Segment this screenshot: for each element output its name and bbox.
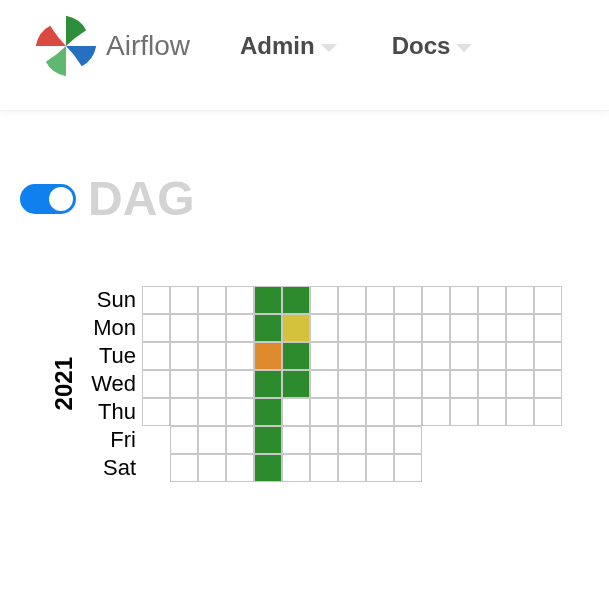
calendar-cell[interactable] <box>366 454 394 482</box>
calendar-cell[interactable] <box>534 286 562 314</box>
calendar-cell[interactable] <box>478 314 506 342</box>
calendar-cell[interactable] <box>450 370 478 398</box>
calendar-cell[interactable] <box>282 342 310 370</box>
calendar-cell[interactable] <box>338 454 366 482</box>
calendar-cell[interactable] <box>226 314 254 342</box>
calendar-cell[interactable] <box>338 286 366 314</box>
calendar-cell[interactable] <box>170 398 198 426</box>
day-label: Wed <box>86 370 136 398</box>
calendar-cell[interactable] <box>478 342 506 370</box>
calendar-cell[interactable] <box>310 426 338 454</box>
calendar-cell[interactable] <box>366 314 394 342</box>
calendar-cell[interactable] <box>198 426 226 454</box>
calendar-cell[interactable] <box>198 454 226 482</box>
calendar-cell[interactable] <box>450 314 478 342</box>
calendar-cell[interactable] <box>142 398 170 426</box>
calendar-year-label: 2021 <box>50 357 78 410</box>
calendar-cell[interactable] <box>170 286 198 314</box>
dag-pause-toggle[interactable] <box>20 184 76 214</box>
calendar-cell[interactable] <box>310 398 338 426</box>
calendar-cell[interactable] <box>478 370 506 398</box>
calendar-cell[interactable] <box>366 286 394 314</box>
calendar-cell[interactable] <box>422 314 450 342</box>
calendar-cell[interactable] <box>170 370 198 398</box>
calendar-cell[interactable] <box>170 314 198 342</box>
calendar-cell[interactable] <box>506 314 534 342</box>
calendar-cell[interactable] <box>198 342 226 370</box>
calendar-cell[interactable] <box>338 314 366 342</box>
calendar-cell[interactable] <box>142 314 170 342</box>
calendar-cell[interactable] <box>506 342 534 370</box>
calendar-cell[interactable] <box>198 286 226 314</box>
calendar-view: 2021 Sun Mon Tue Wed Thu Fri Sat <box>50 286 609 482</box>
calendar-cell[interactable] <box>226 370 254 398</box>
calendar-cell[interactable] <box>394 398 422 426</box>
calendar-cell[interactable] <box>366 342 394 370</box>
calendar-cell[interactable] <box>338 342 366 370</box>
calendar-cell[interactable] <box>226 286 254 314</box>
calendar-cell[interactable] <box>534 314 562 342</box>
calendar-cell[interactable] <box>282 454 310 482</box>
calendar-cell[interactable] <box>422 370 450 398</box>
calendar-cell[interactable] <box>338 426 366 454</box>
calendar-cell[interactable] <box>142 342 170 370</box>
calendar-cell[interactable] <box>506 398 534 426</box>
calendar-cell[interactable] <box>450 286 478 314</box>
calendar-cell[interactable] <box>226 454 254 482</box>
calendar-cell[interactable] <box>198 314 226 342</box>
calendar-cell[interactable] <box>254 398 282 426</box>
calendar-cell[interactable] <box>394 286 422 314</box>
calendar-cell[interactable] <box>394 342 422 370</box>
calendar-cell[interactable] <box>394 454 422 482</box>
nav-admin[interactable]: Admin <box>240 32 337 60</box>
calendar-cell[interactable] <box>422 398 450 426</box>
calendar-cell[interactable] <box>170 454 198 482</box>
calendar-cell[interactable] <box>394 314 422 342</box>
calendar-cell[interactable] <box>366 370 394 398</box>
calendar-cell[interactable] <box>422 286 450 314</box>
calendar-cell[interactable] <box>282 426 310 454</box>
calendar-cell[interactable] <box>366 398 394 426</box>
calendar-cell[interactable] <box>282 398 310 426</box>
calendar-cell[interactable] <box>534 342 562 370</box>
calendar-cell[interactable] <box>310 454 338 482</box>
calendar-cell[interactable] <box>254 286 282 314</box>
calendar-cell[interactable] <box>338 398 366 426</box>
calendar-cell[interactable] <box>254 314 282 342</box>
calendar-cell[interactable] <box>338 370 366 398</box>
calendar-cell[interactable] <box>254 426 282 454</box>
calendar-cell[interactable] <box>534 370 562 398</box>
calendar-cell[interactable] <box>226 426 254 454</box>
calendar-cell[interactable] <box>226 398 254 426</box>
calendar-cell[interactable] <box>282 286 310 314</box>
calendar-cell[interactable] <box>310 370 338 398</box>
calendar-cell[interactable] <box>310 314 338 342</box>
calendar-cell[interactable] <box>366 426 394 454</box>
nav-docs[interactable]: Docs <box>392 32 473 60</box>
calendar-cell[interactable] <box>310 286 338 314</box>
calendar-cell[interactable] <box>394 426 422 454</box>
calendar-cell[interactable] <box>170 342 198 370</box>
calendar-cell[interactable] <box>282 370 310 398</box>
calendar-cell[interactable] <box>198 370 226 398</box>
calendar-cell[interactable] <box>534 398 562 426</box>
calendar-cell[interactable] <box>506 286 534 314</box>
calendar-cell[interactable] <box>198 398 226 426</box>
calendar-cell[interactable] <box>478 398 506 426</box>
brand-logo[interactable]: Airflow <box>30 10 190 82</box>
calendar-cell[interactable] <box>170 426 198 454</box>
calendar-cell[interactable] <box>254 454 282 482</box>
calendar-cell[interactable] <box>450 398 478 426</box>
calendar-cell[interactable] <box>422 342 450 370</box>
calendar-cell[interactable] <box>226 342 254 370</box>
calendar-cell[interactable] <box>282 314 310 342</box>
calendar-cell[interactable] <box>254 342 282 370</box>
calendar-cell[interactable] <box>142 370 170 398</box>
calendar-cell[interactable] <box>310 342 338 370</box>
calendar-cell[interactable] <box>506 370 534 398</box>
calendar-cell[interactable] <box>450 342 478 370</box>
calendar-cell[interactable] <box>254 370 282 398</box>
calendar-cell[interactable] <box>142 286 170 314</box>
calendar-cell[interactable] <box>394 370 422 398</box>
calendar-cell[interactable] <box>478 286 506 314</box>
